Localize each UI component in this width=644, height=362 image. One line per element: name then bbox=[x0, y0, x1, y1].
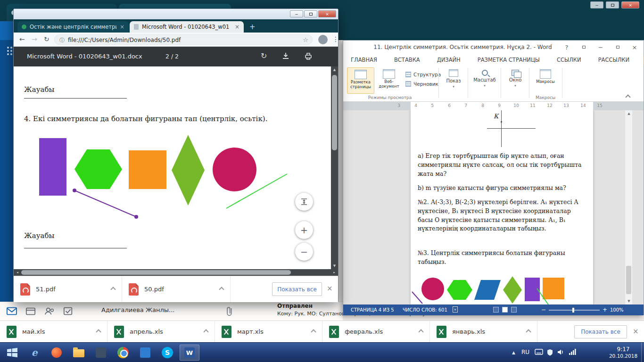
scroll-left-icon[interactable]: ◂ bbox=[15, 271, 20, 274]
word-count[interactable]: ЧИСЛО СЛОВ: 601 bbox=[403, 307, 447, 313]
taskbar-app-icon[interactable] bbox=[135, 345, 155, 361]
new-tab-button[interactable]: + bbox=[249, 23, 256, 31]
proofing-icon[interactable]: × bbox=[453, 306, 458, 313]
zoom-in-button[interactable]: + bbox=[603, 306, 607, 313]
download-item[interactable]: март.xls bbox=[215, 321, 322, 342]
read-mode-icon[interactable] bbox=[493, 307, 499, 313]
tasks-nav-icon[interactable] bbox=[63, 306, 74, 316]
web-layout-button[interactable]: Веб-документ bbox=[375, 67, 403, 94]
close-button[interactable]: × bbox=[621, 1, 639, 8]
download-item[interactable]: 51.pdf bbox=[14, 276, 122, 302]
help-button[interactable]: ? bbox=[560, 42, 574, 52]
show-desktop-button[interactable] bbox=[641, 343, 644, 362]
mail-list-item[interactable]: Адилгалиева Жанлы... bbox=[101, 306, 174, 313]
browser-tab-pdf-active[interactable]: Microsoft Word - 01020643_w01 × bbox=[130, 21, 244, 33]
taskbar-chrome-icon[interactable] bbox=[113, 345, 133, 361]
ribbon-tab-insert[interactable]: ВСТАВКА bbox=[394, 57, 420, 63]
scroll-up-icon[interactable]: ▲ bbox=[331, 68, 338, 72]
scrollbar-thumb[interactable] bbox=[21, 270, 291, 275]
download-item[interactable]: апрель.xls bbox=[107, 321, 215, 342]
print-layout-button[interactable]: Разметка страницы bbox=[347, 67, 374, 94]
window-group-button[interactable]: Окно ▾ bbox=[504, 68, 527, 88]
scroll-up-icon[interactable]: ▲ bbox=[625, 110, 633, 117]
web-layout-view-icon[interactable] bbox=[511, 307, 517, 313]
close-button[interactable]: × bbox=[627, 42, 642, 52]
page-indicator[interactable]: СТРАНИЦА 4 ИЗ 5 bbox=[351, 307, 394, 313]
draft-view-button[interactable]: Черновик bbox=[405, 81, 438, 87]
word-scrollbar[interactable]: ▲ ▼ bbox=[625, 110, 632, 304]
scroll-right-icon[interactable]: ▸ bbox=[331, 271, 337, 274]
clock[interactable]: 9:17 20.10.2018 bbox=[604, 344, 642, 361]
pdf-vertical-scrollbar[interactable]: ▲ ▼ bbox=[331, 66, 338, 269]
maximize-button[interactable] bbox=[304, 10, 317, 17]
pdf-horizontal-scrollbar[interactable]: ◂ ▸ bbox=[14, 269, 338, 276]
volume-tray-icon[interactable] bbox=[557, 349, 565, 355]
print-layout-view-icon[interactable] bbox=[502, 307, 508, 313]
download-item[interactable]: январь.xls bbox=[430, 321, 537, 342]
download-item[interactable]: февраль.xls bbox=[322, 321, 430, 342]
fit-page-button[interactable] bbox=[295, 193, 313, 211]
ribbon-tab-mailings[interactable]: РАССЫЛКИ bbox=[598, 57, 629, 63]
zoom-slider-thumb[interactable] bbox=[572, 308, 574, 313]
show-all-downloads-button[interactable]: Показать все bbox=[574, 325, 627, 338]
menu-icon[interactable]: ⋮ bbox=[332, 35, 339, 43]
print-icon[interactable] bbox=[304, 52, 313, 60]
taskbar-media-player-icon[interactable] bbox=[47, 345, 66, 361]
tab-close-icon[interactable]: × bbox=[120, 24, 124, 30]
ribbon-tab-design[interactable]: ДИЗАЙН bbox=[437, 57, 461, 63]
ribbon-tab-references[interactable]: ССЫЛКИ bbox=[557, 57, 581, 63]
zoom-out-button[interactable]: − bbox=[295, 243, 313, 261]
chevron-up-icon[interactable] bbox=[311, 329, 316, 334]
chevron-up-icon[interactable] bbox=[110, 287, 116, 292]
taskbar-file-explorer-icon[interactable] bbox=[69, 345, 89, 361]
network-tray-icon[interactable] bbox=[569, 349, 576, 355]
minimize-button[interactable]: − bbox=[290, 10, 303, 17]
zoom-group-button[interactable]: Масштаб ▾ bbox=[471, 68, 499, 88]
close-downloads-bar-icon[interactable]: × bbox=[633, 327, 639, 336]
show-group-button[interactable]: Показ ▾ bbox=[441, 68, 466, 89]
download-item[interactable]: май.xls bbox=[0, 321, 107, 342]
show-all-downloads-button[interactable]: Показать все bbox=[272, 282, 322, 296]
collapse-ribbon-icon[interactable] bbox=[625, 94, 630, 99]
profile-avatar[interactable] bbox=[318, 35, 328, 44]
shield-tray-icon[interactable] bbox=[547, 349, 553, 356]
tray-expand-icon[interactable]: ▲ bbox=[512, 350, 515, 355]
scrollbar-thumb[interactable] bbox=[332, 75, 337, 150]
calendar-nav-icon[interactable] bbox=[25, 306, 36, 316]
reload-icon[interactable]: ↻ bbox=[44, 35, 50, 43]
bookmark-star-icon[interactable]: ☆ bbox=[303, 36, 308, 43]
chevron-up-icon[interactable] bbox=[418, 329, 423, 334]
ribbon-display-button[interactable] bbox=[577, 42, 591, 52]
chevron-up-icon[interactable] bbox=[219, 287, 224, 292]
rotate-icon[interactable]: ↻ bbox=[261, 51, 267, 60]
scroll-down-icon[interactable]: ▼ bbox=[625, 298, 633, 304]
restore-button[interactable] bbox=[611, 42, 625, 52]
macros-button[interactable]: Макросы bbox=[533, 67, 558, 94]
keyboard-tray-icon[interactable] bbox=[535, 349, 543, 355]
outline-view-button[interactable]: Структура bbox=[405, 72, 441, 77]
url-text[interactable]: file:///C:/Users/Admin/Downloads/50.pdf bbox=[68, 37, 181, 43]
close-downloads-bar-icon[interactable]: × bbox=[327, 284, 333, 293]
taskbar-word-icon-active[interactable]: W bbox=[180, 345, 199, 361]
ribbon-tab-page-layout[interactable]: РАЗМЕТКА СТРАНИЦЫ bbox=[478, 57, 540, 63]
people-nav-icon[interactable] bbox=[44, 306, 55, 316]
language-indicator[interactable]: RU bbox=[521, 349, 529, 355]
ribbon-tab-home[interactable]: ГЛАВНАЯ bbox=[351, 57, 377, 63]
download-item[interactable]: 50.pdf bbox=[122, 276, 231, 302]
taskbar-ie-icon[interactable]: e bbox=[25, 345, 44, 361]
zoom-slider-track[interactable] bbox=[549, 310, 600, 311]
address-bar[interactable]: ⓘ file:///C:/Users/Admin/Downloads/50.pd… bbox=[54, 34, 313, 45]
maximize-button[interactable] bbox=[606, 1, 619, 8]
forward-icon[interactable]: → bbox=[32, 35, 37, 43]
zoom-in-button[interactable]: + bbox=[295, 221, 313, 239]
download-icon[interactable] bbox=[281, 52, 290, 60]
minimize-button[interactable]: − bbox=[590, 1, 603, 8]
minimize-button[interactable]: − bbox=[594, 42, 608, 52]
zoom-percentage[interactable]: 100% bbox=[610, 307, 624, 313]
zoom-out-button[interactable]: − bbox=[541, 306, 546, 313]
taskbar-app-icon[interactable] bbox=[91, 345, 111, 361]
browser-tab-symmetry[interactable]: Остік және центрлік симметрия × bbox=[17, 21, 129, 33]
start-button[interactable] bbox=[2, 345, 23, 361]
info-icon[interactable]: ⓘ bbox=[59, 37, 65, 44]
back-icon[interactable]: ← bbox=[19, 35, 25, 43]
